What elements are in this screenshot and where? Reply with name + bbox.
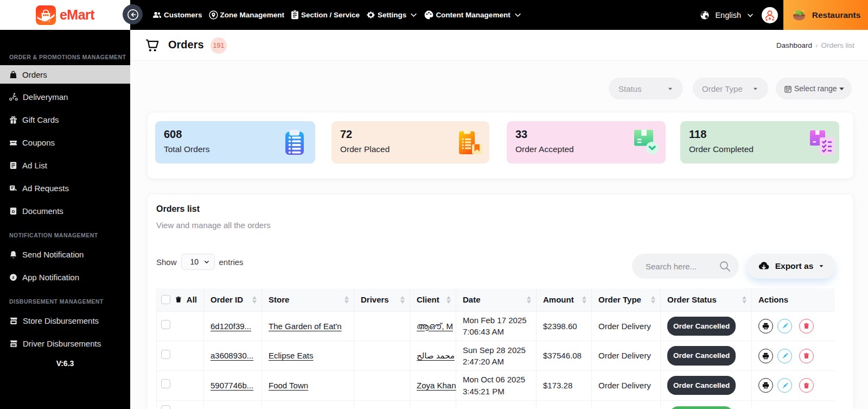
svg-text:D: D: [12, 209, 15, 213]
svg-text:z: z: [12, 275, 15, 280]
